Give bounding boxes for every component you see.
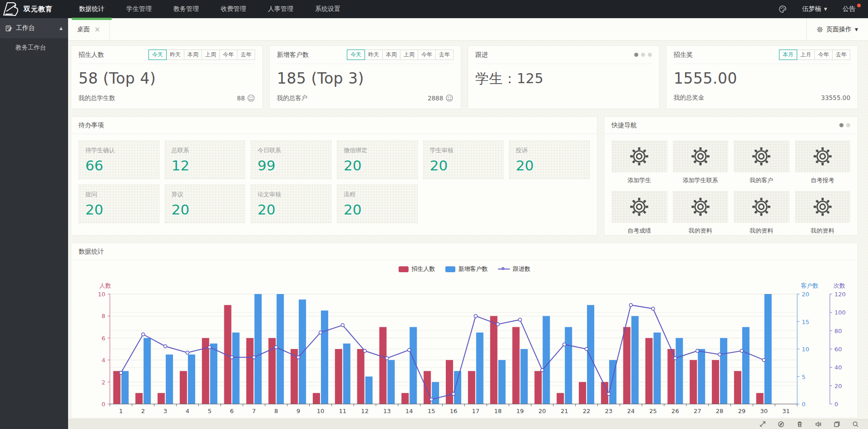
quick-nav-自考报考[interactable]: 自考报考 [795,140,851,185]
todo-item-微信绑定[interactable]: 微信绑定20 [337,140,418,179]
svg-text:30: 30 [760,408,768,414]
period-tab-上周[interactable]: 上周 [202,50,220,60]
svg-text:4: 4 [186,408,189,414]
todo-item-流程[interactable]: 流程20 [337,185,418,223]
quick-nav-我的资料[interactable]: 我的资料 [795,191,851,235]
card-enrollment-count: 招生人数 今天昨天本周上周今年去年 58 (Top 4) 我的总学生数 88 ☺ [71,45,263,109]
quick-nav-panel: 快捷导航 添加学生添加学生联系我的客户自考报考自考成绩我的资料我的资料我的资料 [604,116,858,235]
todo-item-异议[interactable]: 异议20 [165,185,246,223]
rocket-icon[interactable] [759,421,766,428]
quick-nav-自考成绩[interactable]: 自考成绩 [612,191,667,235]
carousel-dots[interactable] [634,53,652,57]
period-tab-去年[interactable]: 去年 [832,50,850,60]
compass-icon[interactable] [778,421,784,428]
period-tab-本周[interactable]: 本周 [184,50,202,60]
period-tab-上周[interactable]: 上周 [400,50,418,60]
svg-text:0: 0 [834,401,838,408]
todo-item-待学生确认[interactable]: 待学生确认66 [79,140,159,179]
legend-follow-ups[interactable]: 跟进数 [498,265,531,273]
svg-text:16: 16 [450,408,458,414]
card-title: 跟进 [475,51,488,59]
sidebar-item-edu-workbench[interactable]: 教务工作台 [0,38,68,57]
quick-nav-我的资料[interactable]: 我的资料 [673,191,729,235]
quick-nav-我的客户[interactable]: 我的客户 [734,140,789,185]
tab-bar: 桌面 × 页面操作 ▼ [68,18,868,41]
todo-item-投诉[interactable]: 投诉20 [509,140,590,179]
period-tab-昨天[interactable]: 昨天 [365,50,383,60]
svg-text:80: 80 [834,328,842,334]
smiley-icon: ☺ [445,94,454,103]
gear-icon [813,197,833,217]
period-tab-今年[interactable]: 今年 [219,50,237,60]
chevron-down-icon: ▼ [855,27,858,32]
svg-text:11: 11 [339,408,347,414]
page-actions-button[interactable]: 页面操作 ▼ [806,18,868,40]
nav-item-系统设置[interactable]: 系统设置 [304,0,351,18]
todo-item-今日联系[interactable]: 今日联系99 [251,140,331,179]
notification-badge [857,4,861,7]
period-tabs: 今天昨天本周上周今年去年 [347,50,454,60]
svg-text:26: 26 [671,408,679,414]
period-tab-昨天[interactable]: 昨天 [166,50,184,60]
notice-label: 公告 [843,5,855,12]
svg-text:27: 27 [694,408,701,414]
period-tab-今年[interactable]: 今年 [814,50,833,60]
period-tab-本周[interactable]: 本周 [382,50,400,60]
speaker-icon[interactable] [815,421,822,428]
sidebar-group-workbench[interactable]: 工作台 ▲ [0,18,68,38]
period-tab-今天[interactable]: 今天 [148,50,167,60]
app-logo[interactable]: 双元教育 [0,0,68,18]
svg-text:24: 24 [627,408,635,414]
period-tab-去年[interactable]: 去年 [237,50,255,60]
quick-nav-我的资料[interactable]: 我的资料 [734,191,789,235]
legend-swatch-line [498,269,510,269]
close-icon[interactable]: × [94,25,100,34]
period-tab-今天[interactable]: 今天 [347,50,365,60]
trash-icon[interactable] [796,421,803,428]
svg-text:20: 20 [834,383,842,389]
notepad-icon [5,25,12,32]
period-tabs: 本月上月今年去年 [779,50,850,60]
todo-item-论文审核[interactable]: 论文审核20 [251,185,331,223]
legend-enrollment[interactable]: 招生人数 [399,265,435,273]
nav-item-学生管理[interactable]: 学生管理 [115,0,163,18]
svg-text:5: 5 [802,374,805,380]
gear-icon [817,26,823,33]
legend-new-customers[interactable]: 新增客户数 [445,265,488,273]
period-tab-上月[interactable]: 上月 [797,50,815,60]
legend-swatch-blue [445,266,455,272]
card-title: 招生人数 [79,51,104,59]
top-nav: 双元教育 数据统计学生管理教务管理收费管理人事管理系统设置 伍梦楠 ▼ 公告 [0,0,868,18]
svg-text:10: 10 [98,291,105,298]
todo-item-总联系[interactable]: 总联系12 [165,140,246,179]
nav-item-教务管理[interactable]: 教务管理 [163,0,210,18]
window-icon[interactable] [833,421,840,428]
tab-desktop[interactable]: 桌面 × [68,18,110,40]
svg-text:18: 18 [494,408,502,414]
notice-button[interactable]: 公告 [843,5,860,13]
todo-item-学生审核[interactable]: 学生审核20 [423,140,504,179]
svg-text:40: 40 [834,364,842,371]
user-menu[interactable]: 伍梦楠 ▼ [802,5,827,13]
svg-text:21: 21 [561,408,568,414]
todo-item-提问[interactable]: 提问20 [79,185,159,223]
quick-nav-添加学生联系[interactable]: 添加学生联系 [673,140,729,185]
nav-item-数据统计[interactable]: 数据统计 [68,0,115,18]
chevron-up-icon: ▲ [59,26,63,30]
search-icon[interactable] [852,421,859,428]
period-tab-本月[interactable]: 本月 [779,50,797,60]
todo-panel: 待办事项 待学生确认66总联系12今日联系99微信绑定20学生审核20投诉20提… [71,116,597,235]
period-tab-去年[interactable]: 去年 [435,50,454,60]
svg-text:9: 9 [296,408,300,414]
nav-item-人事管理[interactable]: 人事管理 [257,0,304,18]
svg-text:3: 3 [163,408,167,414]
nav-item-收费管理[interactable]: 收费管理 [210,0,257,18]
period-tab-今年[interactable]: 今年 [418,50,436,60]
quick-nav-添加学生[interactable]: 添加学生 [612,140,667,185]
svg-text:2: 2 [141,408,145,414]
palette-icon[interactable] [779,5,787,13]
brand-title: 双元教育 [24,5,53,14]
follow-up-value: 学生：125 [475,70,652,88]
new-customers-value: 185 (Top 3) [277,70,454,87]
carousel-dots[interactable] [839,123,850,127]
